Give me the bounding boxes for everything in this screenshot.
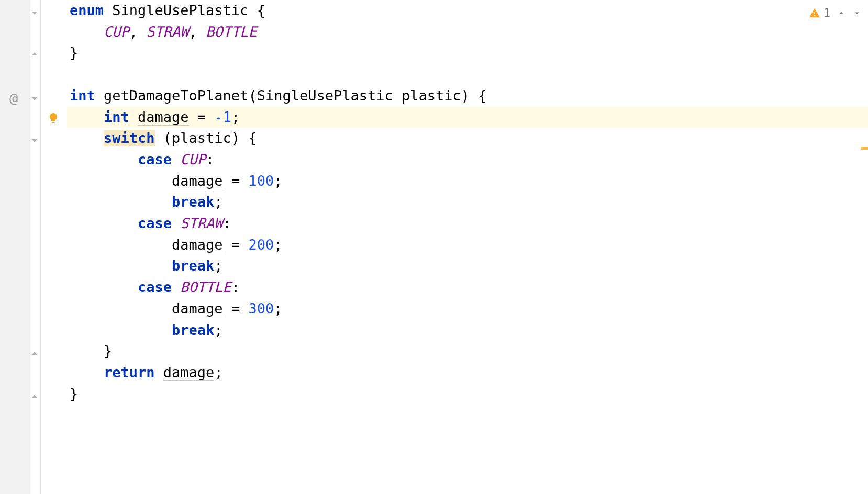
code-line[interactable]: break; bbox=[67, 255, 868, 277]
scrollbar-warning-marker[interactable] bbox=[861, 147, 868, 150]
intention-gutter bbox=[41, 0, 67, 494]
code-line[interactable]: enum SingleUsePlastic { bbox=[67, 0, 868, 21]
code-line[interactable]: } bbox=[67, 384, 868, 405]
fold-marker-icon[interactable] bbox=[31, 137, 38, 144]
code-line[interactable]: CUP, STRAW, BOTTLE bbox=[67, 21, 868, 43]
warning-icon bbox=[809, 7, 820, 19]
code-line[interactable]: case CUP: bbox=[67, 149, 868, 171]
code-line[interactable]: break; bbox=[67, 320, 868, 341]
code-line[interactable]: damage = 300; bbox=[67, 298, 868, 320]
code-line[interactable]: int damage = -1; bbox=[67, 107, 868, 128]
inspection-widget: 1 bbox=[809, 6, 862, 19]
warning-indicator[interactable]: 1 bbox=[809, 6, 830, 19]
code-line[interactable]: break; bbox=[67, 192, 868, 213]
code-line[interactable]: } bbox=[67, 341, 868, 362]
code-line[interactable]: int getDamageToPlanet(SingleUsePlastic p… bbox=[67, 85, 868, 107]
fold-marker-icon[interactable] bbox=[31, 95, 38, 103]
code-line[interactable] bbox=[67, 64, 868, 85]
prev-highlight-icon[interactable] bbox=[837, 8, 846, 18]
warning-count: 1 bbox=[824, 6, 830, 19]
code-line[interactable]: return damage; bbox=[67, 362, 868, 384]
author-annotation[interactable]: @ bbox=[9, 90, 18, 106]
code-line[interactable]: switch (plastic) { bbox=[67, 128, 868, 149]
editor-gutter: @ bbox=[0, 0, 30, 494]
intention-bulb-icon[interactable] bbox=[47, 111, 60, 124]
fold-marker-icon[interactable] bbox=[31, 392, 38, 400]
code-line[interactable]: damage = 100; bbox=[67, 171, 868, 192]
next-highlight-icon[interactable] bbox=[852, 8, 862, 18]
code-line[interactable]: damage = 200; bbox=[67, 234, 868, 256]
code-editor[interactable]: enum SingleUsePlastic { CUP, STRAW, BOTT… bbox=[67, 0, 868, 494]
fold-marker-icon[interactable] bbox=[31, 9, 38, 17]
fold-marker-icon[interactable] bbox=[31, 50, 38, 58]
code-line[interactable]: case STRAW: bbox=[67, 213, 868, 234]
code-line[interactable]: } bbox=[67, 42, 868, 64]
fold-gutter bbox=[30, 0, 41, 494]
fold-marker-icon[interactable] bbox=[31, 350, 38, 357]
code-line[interactable]: case BOTTLE: bbox=[67, 277, 868, 298]
